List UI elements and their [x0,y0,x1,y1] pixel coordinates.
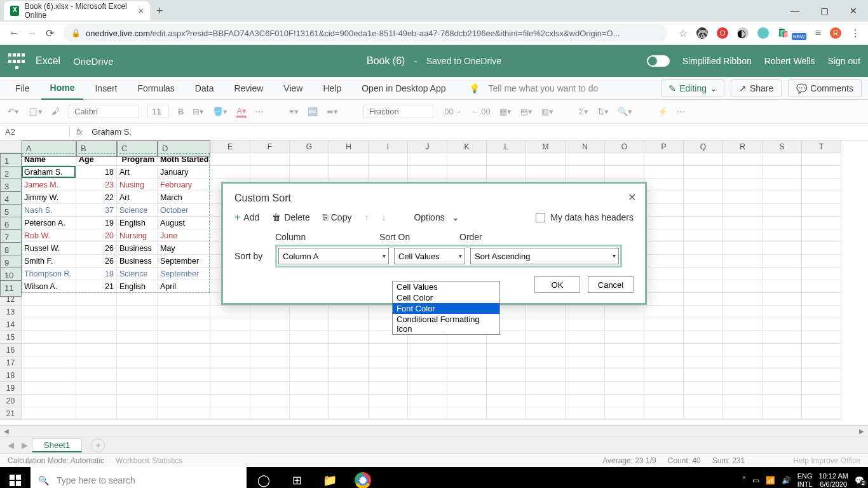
cell[interactable] [22,382,76,395]
chrome-menu-icon[interactable]: ⋮ [850,27,860,39]
column-header[interactable]: G [290,140,329,153]
sorton-select[interactable]: Cell Values▾ [394,248,465,264]
cell[interactable] [329,407,369,420]
row-header[interactable]: 18 [0,369,22,382]
cell[interactable] [684,280,723,293]
cell[interactable] [605,382,644,395]
back-button[interactable]: ← [5,24,23,42]
cell[interactable] [644,191,684,204]
cell[interactable] [605,166,644,179]
cell[interactable] [22,306,76,318]
cell[interactable] [763,280,802,293]
cell[interactable] [802,179,841,191]
cell[interactable] [76,293,117,306]
cell[interactable] [117,395,158,407]
cell[interactable] [763,191,802,204]
order-select[interactable]: Sort Ascending▾ [470,248,619,264]
autosum-button[interactable]: Σ▾ [579,107,588,116]
cell[interactable] [210,382,250,395]
cell[interactable] [802,395,841,407]
cell[interactable] [210,407,250,420]
undo-button[interactable]: ↶▾ [8,107,19,116]
cell[interactable] [763,369,802,382]
cell[interactable] [763,395,802,407]
cell[interactable] [250,369,290,382]
cell[interactable] [723,382,763,395]
cell[interactable] [723,369,763,382]
cell[interactable] [644,407,684,420]
cell[interactable]: Russel W. [22,242,76,255]
cell[interactable] [644,166,684,179]
editing-mode-button[interactable]: ✎Editing⌄ [661,79,724,97]
cell[interactable] [723,191,763,204]
cell[interactable] [802,344,841,356]
close-tab-icon[interactable]: × [139,6,144,16]
cell[interactable] [723,204,763,217]
cell[interactable] [723,395,763,407]
cortana-icon[interactable]: ◯ [249,467,278,488]
ideas-button[interactable]: ⚡ [658,107,668,116]
tray-chevron-icon[interactable]: ˄ [742,476,746,485]
open-in-desktop[interactable]: Open in Desktop App [353,77,454,100]
tab-formulas[interactable]: Formulas [128,77,183,100]
clock[interactable]: 10:12 AM6/6/2020 [819,472,848,488]
cell[interactable] [447,382,487,395]
cell[interactable] [605,318,644,331]
cell[interactable] [487,166,526,179]
notifications-icon[interactable]: 💬2 [855,476,864,485]
cell[interactable] [723,293,763,306]
sheet-nav-prev[interactable]: ◀ [4,440,18,450]
cell-styles-button[interactable]: ▥▾ [541,107,553,116]
column-header[interactable]: C [117,140,158,157]
cell[interactable] [684,268,723,280]
cell[interactable] [644,344,684,356]
cell[interactable] [447,166,487,179]
cell[interactable] [210,153,250,166]
find-button[interactable]: 🔍▾ [618,107,632,116]
cell[interactable] [644,395,684,407]
bookmark-star-icon[interactable]: ☆ [679,27,688,39]
cell[interactable] [487,395,526,407]
cell[interactable] [763,242,802,255]
tab-home[interactable]: Home [41,77,84,100]
cell[interactable] [117,344,158,356]
workbook-stats-link[interactable]: Workbook Statistics [116,456,182,465]
cell[interactable] [763,344,802,356]
cell[interactable] [76,306,117,318]
cell[interactable] [763,179,802,191]
more-font-icon[interactable]: ⋯ [255,107,264,116]
cell[interactable] [802,204,841,217]
cell[interactable]: Jimmy W. [22,191,76,204]
cell[interactable] [487,369,526,382]
cell[interactable] [117,382,158,395]
cell[interactable] [566,331,605,344]
cell[interactable] [329,306,369,318]
cell[interactable] [723,356,763,369]
sign-out-link[interactable]: Sign out [828,56,860,66]
cell[interactable] [369,356,408,369]
conditional-format-button[interactable]: ▦▾ [499,107,512,116]
cell[interactable]: 23 [76,179,117,191]
cell[interactable]: 20 [76,229,117,242]
cell[interactable]: June [158,229,210,242]
cell[interactable] [723,280,763,293]
cell[interactable] [408,166,447,179]
cell[interactable] [210,369,250,382]
cell[interactable] [763,318,802,331]
column-header[interactable]: K [447,140,487,153]
row-header[interactable]: 11 [0,280,22,297]
tab-data[interactable]: Data [186,77,223,100]
cell[interactable]: April [158,280,210,293]
cell[interactable] [250,344,290,356]
column-header[interactable]: L [487,140,526,153]
cell[interactable] [76,407,117,420]
cell[interactable] [526,344,566,356]
add-level-button[interactable]: +Add [234,212,259,223]
cell[interactable] [644,369,684,382]
cell[interactable] [684,293,723,306]
cell[interactable] [802,318,841,331]
cell[interactable] [158,369,210,382]
cell[interactable] [22,331,76,344]
cell[interactable] [723,242,763,255]
column-header[interactable]: D [158,140,210,157]
